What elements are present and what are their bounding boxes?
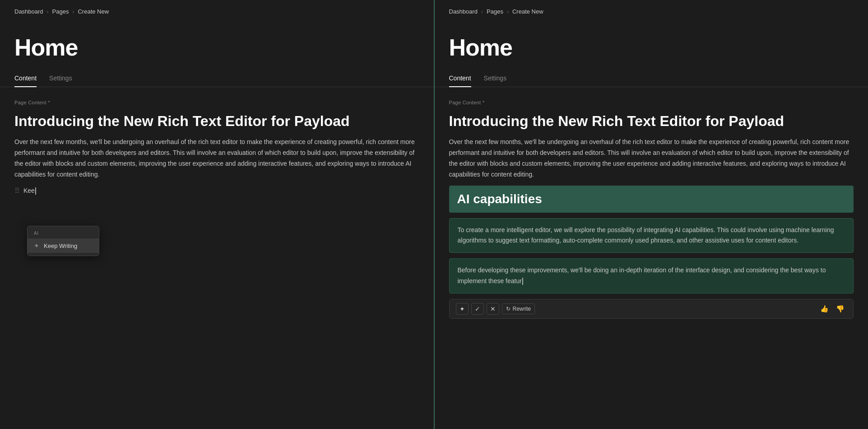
tab-content-right[interactable]: Content <box>449 70 471 87</box>
check-icon: ✓ <box>475 305 480 312</box>
breadcrumb-left: Dashboard › Pages › Create New <box>0 0 434 23</box>
tab-content-left[interactable]: Content <box>14 70 37 87</box>
left-panel: Dashboard › Pages › Create New Home Cont… <box>0 0 435 429</box>
breadcrumb-sep1-left: › <box>47 9 49 15</box>
ai-text-block-2: Before developing these improvements, we… <box>449 258 854 294</box>
breadcrumb-current-left: Create New <box>78 8 109 15</box>
ai-text-block-1: To create a more intelligent editor, we … <box>449 218 854 253</box>
sparkle-icon-toolbar: ✦ <box>460 305 465 312</box>
rewrite-button[interactable]: ↻ Rewrite <box>502 303 535 314</box>
rewrite-icon: ↻ <box>506 306 511 312</box>
ai-dropdown-keep-writing[interactable]: ✦ Keep Writing <box>28 238 99 253</box>
page-title-left: Home <box>0 23 434 70</box>
typing-text-left[interactable]: Kee <box>23 186 36 196</box>
text-cursor-left <box>35 187 36 195</box>
thumbup-icon: 👍 <box>820 305 829 312</box>
right-panel: Dashboard › Pages › Create New Home Cont… <box>435 0 868 429</box>
content-area-right: Page Content * Introducing the New Rich … <box>435 87 868 331</box>
ai-toolbar: ✦ ✓ ✕ ↻ Rewrite 👍 👎 <box>449 299 854 319</box>
drag-handle-left[interactable]: ⠿ <box>14 187 20 195</box>
breadcrumb-sep1-right: › <box>481 9 483 15</box>
breadcrumb-pages-right[interactable]: Pages <box>487 8 503 15</box>
rich-content-right: Introducing the New Rich Text Editor for… <box>449 112 854 180</box>
sparkle-icon: ✦ <box>34 242 39 249</box>
breadcrumb-sep2-left: › <box>72 9 74 15</box>
thumbdown-button[interactable]: 👎 <box>834 304 847 314</box>
tabs-left: Content Settings <box>0 70 434 87</box>
breadcrumb-dashboard-right[interactable]: Dashboard <box>449 8 478 15</box>
tab-settings-right[interactable]: Settings <box>484 70 507 87</box>
ai-accept-button[interactable]: ✓ <box>471 303 484 315</box>
ai-heading-block: AI capabilities <box>449 186 854 213</box>
text-cursor-right <box>522 278 523 285</box>
page-title-right: Home <box>435 23 868 70</box>
content-heading-right: Introducing the New Rich Text Editor for… <box>449 112 854 130</box>
typing-block-left: ⠿ Kee <box>14 186 419 196</box>
ai-sparkle-button[interactable]: ✦ <box>456 303 469 315</box>
ai-close-button[interactable]: ✕ <box>487 303 499 315</box>
ai-dropdown-item-label: Keep Writing <box>44 242 77 249</box>
ai-dropdown: AI ✦ Keep Writing <box>27 226 99 256</box>
ai-heading-text: AI capabilities <box>457 192 846 206</box>
rewrite-label: Rewrite <box>513 306 531 312</box>
close-icon: ✕ <box>490 305 496 312</box>
breadcrumb-dashboard-left[interactable]: Dashboard <box>14 8 43 15</box>
ai-text-1: To create a more intelligent editor, we … <box>458 225 845 247</box>
thumbdown-icon: 👎 <box>836 305 845 312</box>
content-body-right: Over the next few months, we'll be under… <box>449 137 854 180</box>
breadcrumb-pages-left[interactable]: Pages <box>52 8 69 15</box>
tab-settings-left[interactable]: Settings <box>49 70 72 87</box>
rich-content-left: Introducing the New Rich Text Editor for… <box>14 112 419 180</box>
breadcrumb-sep2-right: › <box>507 9 509 15</box>
ai-text-2: Before developing these improvements, we… <box>458 265 845 287</box>
tabs-right: Content Settings <box>435 70 868 87</box>
breadcrumb-current-right: Create New <box>512 8 543 15</box>
field-label-left: Page Content * <box>14 100 419 105</box>
content-body-left: Over the next few months, we'll be under… <box>14 137 419 180</box>
content-area-left: Page Content * Introducing the New Rich … <box>0 87 434 209</box>
breadcrumb-right: Dashboard › Pages › Create New <box>435 0 868 23</box>
ai-toolbar-left: ✦ ✓ ✕ ↻ Rewrite <box>456 303 535 315</box>
content-heading-left: Introducing the New Rich Text Editor for… <box>14 112 419 130</box>
thumbup-button[interactable]: 👍 <box>818 304 831 314</box>
ai-dropdown-header: AI <box>28 229 99 238</box>
ai-toolbar-right: 👍 👎 <box>818 304 847 314</box>
field-label-right: Page Content * <box>449 100 854 105</box>
